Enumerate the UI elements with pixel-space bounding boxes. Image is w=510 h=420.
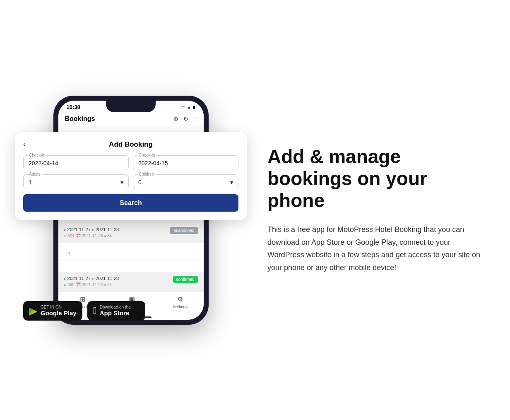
booking-card: ‹ Add Booking Check-in 2022-04-14 Check-… bbox=[15, 132, 247, 220]
apple-icon:  bbox=[93, 305, 96, 316]
adults-label: Adults bbox=[28, 172, 42, 176]
arrow-icon: ▸ bbox=[64, 228, 66, 232]
heading-line1: Add & manage bbox=[267, 146, 401, 167]
checkin-label: Check-in bbox=[28, 153, 46, 157]
adults-field[interactable]: Adults 1 ▾ bbox=[23, 174, 129, 189]
checkout-field[interactable]: Check-in 2022-04-15 bbox=[133, 155, 238, 170]
checkout-value: 2022-04-15 bbox=[138, 160, 233, 167]
created-date: 2021-11-26 bbox=[82, 234, 104, 238]
date-to: 2021-11-28 bbox=[96, 276, 119, 281]
children-label: Children bbox=[137, 172, 155, 176]
add-icon[interactable]: ⊕ bbox=[173, 116, 178, 122]
calendar-icon: 📅 bbox=[76, 234, 81, 238]
settings-nav-icon: ⚙ bbox=[177, 295, 183, 303]
calendar-icon: 📅 bbox=[76, 282, 81, 287]
date-from: 2021-11-27 bbox=[67, 227, 91, 232]
date-from: 2021-11-27 bbox=[67, 276, 91, 281]
booking-card-header: ‹ Add Booking bbox=[23, 140, 238, 149]
wifi-icon: ▲ bbox=[187, 105, 191, 109]
google-play-text: GET IN ON Google Play bbox=[41, 305, 77, 316]
filter-icon[interactable]: ≡ bbox=[193, 116, 197, 122]
booking-info: ▸ 2021-11-27 ▸ 2021-11-28 ≡ 499 📅 2021-1… bbox=[64, 276, 119, 287]
booking-id: 499 bbox=[67, 282, 75, 287]
adults-select: 1 ▾ bbox=[29, 179, 123, 186]
phone-notch bbox=[106, 101, 156, 112]
status-time: 10:38 bbox=[67, 104, 80, 110]
dropdown-arrow-icon: ▾ bbox=[230, 179, 233, 186]
table-row: ▸ 2021-11-27 ▸ 2021-11-28 ≡ 499 📅 2021-1… bbox=[58, 272, 204, 292]
adults-value: 1 bbox=[29, 179, 32, 186]
checkin-value: 2022-04-14 bbox=[29, 160, 123, 167]
checkout-label: Check-in bbox=[137, 153, 156, 157]
children-select: 0 ▾ bbox=[138, 179, 233, 186]
nav-label-settings: Settings bbox=[173, 304, 188, 309]
guests: 84 bbox=[107, 234, 112, 238]
app-header-icons: ⊕ ↻ ≡ bbox=[173, 116, 197, 122]
status-badge: abandoned bbox=[170, 227, 197, 234]
booking-fields: Check-in 2022-04-14 Check-in 2022-04-15 … bbox=[23, 155, 238, 189]
app-store-text: Download on the App Store bbox=[100, 305, 131, 316]
arrow-icon: ▸ bbox=[64, 277, 66, 281]
page-container: 10:38 ···· ▲ ▮ Bookings ⊕ ↻ ≡ bbox=[27, 96, 483, 325]
app-store-button[interactable]:  Download on the App Store bbox=[87, 301, 145, 321]
booking-partial: -11 bbox=[58, 247, 204, 261]
signal-icon: ···· bbox=[180, 105, 185, 109]
heading-line2: bookings on your bbox=[267, 168, 427, 189]
store-badges: ▶ GET IN ON Google Play  Download on th… bbox=[23, 301, 145, 321]
arrow-right-icon: ▸ bbox=[92, 227, 96, 232]
table-row: ▸ 2021-11-27 ▸ 2021-11-28 ≡ 504 📅 2021-1… bbox=[58, 223, 204, 243]
children-field[interactable]: Children 0 ▾ bbox=[133, 174, 238, 189]
guests-icon: ♦ bbox=[104, 282, 106, 287]
app-store-sub: Download on the bbox=[100, 305, 131, 309]
badge-spacer: -11 bbox=[58, 243, 204, 272]
guests: 84 bbox=[107, 282, 112, 287]
children-value: 0 bbox=[138, 179, 142, 186]
main-description: This is a free app for MotoPress Hotel B… bbox=[267, 223, 483, 274]
status-badge: confirmed bbox=[173, 276, 198, 283]
search-button[interactable]: Search bbox=[23, 194, 238, 212]
right-side: Add & manage bookings on your phone This… bbox=[267, 146, 483, 274]
google-play-main: Google Play bbox=[41, 309, 77, 316]
left-side: 10:38 ···· ▲ ▮ Bookings ⊕ ↻ ≡ bbox=[27, 96, 234, 325]
date-to: 2021-11-28 bbox=[96, 227, 119, 232]
booking-id: 504 bbox=[67, 234, 75, 238]
google-play-sub: GET IN ON bbox=[41, 305, 77, 309]
main-heading: Add & manage bookings on your phone bbox=[267, 146, 483, 212]
status-icons: ···· ▲ ▮ bbox=[180, 105, 195, 109]
google-play-button[interactable]: ▶ GET IN ON Google Play bbox=[23, 301, 82, 321]
back-button[interactable]: ‹ bbox=[23, 140, 26, 149]
refresh-icon[interactable]: ↻ bbox=[183, 116, 188, 122]
dropdown-arrow-icon: ▾ bbox=[120, 179, 123, 186]
battery-icon: ▮ bbox=[193, 105, 195, 109]
google-play-icon: ▶ bbox=[29, 304, 37, 317]
booking-id-icon: ≡ bbox=[64, 234, 67, 238]
checkin-field[interactable]: Check-in 2022-04-14 bbox=[23, 155, 129, 170]
booking-info: ▸ 2021-11-27 ▸ 2021-11-28 ≡ 504 📅 2021-1… bbox=[64, 227, 119, 238]
booking-id-icon: ≡ bbox=[64, 282, 67, 287]
booking-card-title: Add Booking bbox=[109, 140, 153, 149]
nav-item-settings[interactable]: ⚙ Settings bbox=[173, 295, 188, 309]
arrow-right-icon: ▸ bbox=[92, 276, 96, 281]
app-header-title: Bookings bbox=[65, 115, 95, 123]
guests-icon: ♦ bbox=[104, 234, 106, 238]
app-store-main: App Store bbox=[100, 309, 131, 316]
app-header: Bookings ⊕ ↻ ≡ bbox=[58, 112, 204, 126]
heading-line3: phone bbox=[267, 190, 325, 211]
created-date: 2021-11-24 bbox=[82, 282, 104, 287]
